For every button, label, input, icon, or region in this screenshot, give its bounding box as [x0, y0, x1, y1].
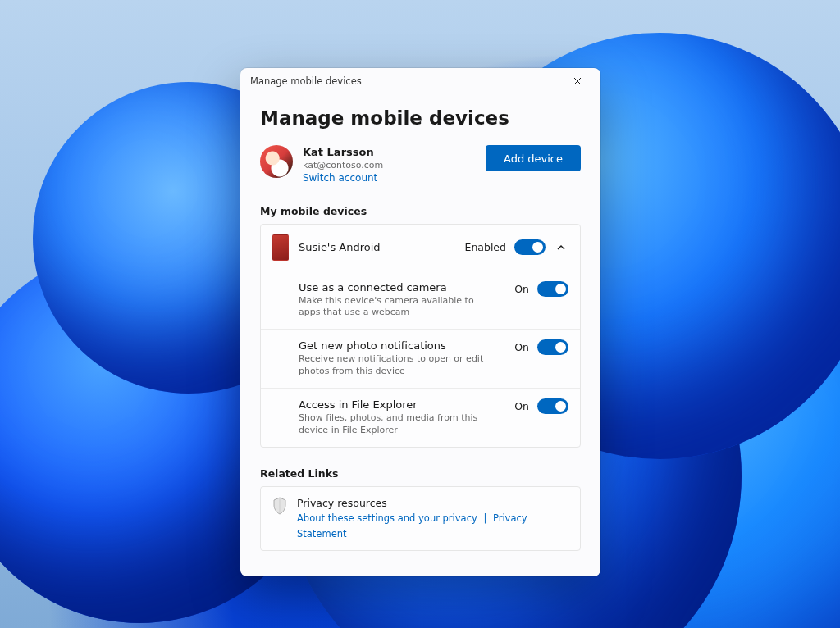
chevron-up-icon	[556, 243, 566, 253]
option-title: Access in File Explorer	[299, 398, 495, 411]
option-desc: Make this device's camera available to a…	[299, 295, 495, 320]
option-connected-camera: Use as a connected camera Make this devi…	[261, 271, 580, 330]
option-file-explorer: Access in File Explorer Show files, phot…	[261, 389, 580, 447]
switch-account-link[interactable]: Switch account	[303, 171, 383, 184]
window-title: Manage mobile devices	[250, 75, 362, 87]
privacy-title: Privacy resources	[297, 497, 568, 509]
device-enabled-toggle[interactable]	[514, 239, 546, 255]
collapse-button[interactable]	[554, 240, 568, 255]
option-photo-notifications: Get new photo notifications Receive new …	[261, 330, 580, 388]
manage-mobile-devices-window: Manage mobile devices Manage mobile devi…	[240, 68, 600, 576]
device-header-row[interactable]: Susie's Android Enabled	[261, 225, 580, 271]
desktop-wallpaper: Manage mobile devices Manage mobile devi…	[0, 0, 840, 628]
titlebar: Manage mobile devices	[240, 68, 600, 94]
option-state: On	[514, 283, 529, 295]
option-title: Use as a connected camera	[299, 281, 495, 294]
close-icon	[573, 77, 582, 85]
shield-icon	[272, 497, 287, 515]
device-card: Susie's Android Enabled Use as a connect…	[260, 224, 581, 448]
option-desc: Show files, photos, and media from this …	[299, 412, 495, 437]
page-title: Manage mobile devices	[260, 107, 581, 129]
profile-row: Kat Larsson kat@contoso.com Switch accou…	[260, 145, 581, 185]
connected-camera-toggle[interactable]	[537, 281, 568, 297]
link-separator: |	[481, 512, 490, 524]
about-settings-link[interactable]: About these settings and your privacy	[297, 512, 477, 524]
close-button[interactable]	[559, 68, 596, 94]
devices-section-label: My mobile devices	[260, 205, 581, 217]
option-state: On	[514, 400, 529, 412]
file-explorer-toggle[interactable]	[537, 398, 568, 414]
device-name: Susie's Android	[299, 241, 381, 253]
add-device-button[interactable]: Add device	[486, 145, 581, 171]
related-links-label: Related Links	[260, 467, 581, 480]
device-status: Enabled	[464, 241, 506, 253]
profile-email: kat@contoso.com	[303, 160, 383, 172]
phone-icon	[272, 234, 289, 261]
option-title: Get new photo notifications	[299, 339, 495, 352]
option-desc: Receive new notifications to open or edi…	[299, 353, 495, 378]
avatar	[260, 145, 293, 178]
option-state: On	[514, 341, 529, 353]
profile-name: Kat Larsson	[303, 145, 383, 160]
photo-notifications-toggle[interactable]	[537, 339, 568, 355]
privacy-card: Privacy resources About these settings a…	[260, 486, 581, 551]
